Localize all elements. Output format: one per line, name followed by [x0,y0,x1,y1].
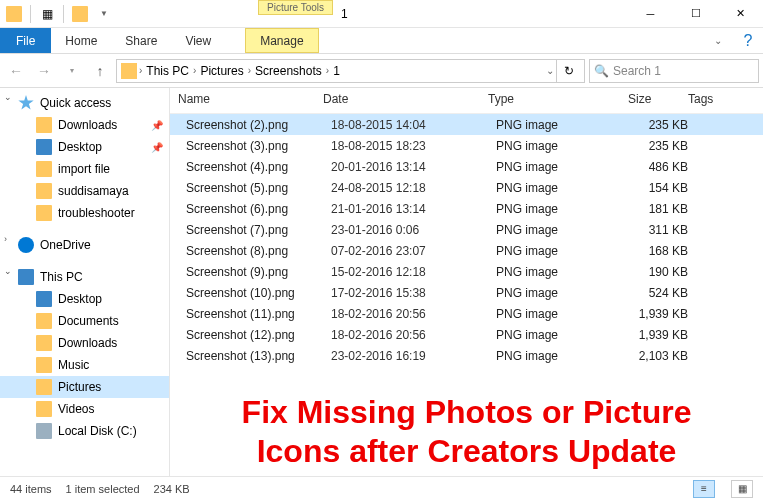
sidebar-label: import file [58,162,110,176]
file-row[interactable]: Screenshot (10).png17-02-2016 15:38PNG i… [170,282,763,303]
maximize-button[interactable]: ☐ [673,0,718,27]
file-name: Screenshot (5).png [186,181,331,195]
column-name[interactable]: Name [170,88,315,113]
sidebar-item-pictures[interactable]: Pictures [0,376,169,398]
file-date: 23-01-2016 0:06 [331,223,496,237]
file-row[interactable]: Screenshot (6).png21-01-2016 13:14PNG im… [170,198,763,219]
folder-icon [36,161,52,177]
navigation-pane[interactable]: ⌄ Quick access Downloads📌 Desktop📌 impor… [0,88,170,476]
file-row[interactable]: Screenshot (2).png18-08-2015 14:04PNG im… [170,114,763,135]
file-date: 07-02-2016 23:07 [331,244,496,258]
details-view-button[interactable]: ≡ [693,480,715,498]
folder-icon[interactable] [4,4,24,24]
file-date: 18-02-2016 20:56 [331,328,496,342]
column-tags[interactable]: Tags [680,88,763,113]
chevron-right-icon[interactable]: › [139,65,142,76]
tab-view[interactable]: View [171,28,225,53]
help-icon[interactable]: ? [733,28,763,53]
sidebar-item-import-file[interactable]: import file [0,158,169,180]
breadcrumb-item[interactable]: 1 [331,64,342,78]
sidebar-quick-access[interactable]: Quick access [0,92,169,114]
sidebar-item-desktop[interactable]: Desktop [0,288,169,310]
qat-dropdown-icon[interactable]: ▼ [94,4,114,24]
new-folder-icon[interactable] [70,4,90,24]
sidebar-item-videos[interactable]: Videos [0,398,169,420]
collapse-icon[interactable]: ⌄ [4,266,12,276]
tab-home[interactable]: Home [51,28,111,53]
sidebar-label: Quick access [40,96,111,110]
history-dropdown-icon[interactable]: ⌄ [546,65,554,76]
sidebar-item-troubleshooter[interactable]: troubleshooter [0,202,169,224]
sidebar-item-local-disk[interactable]: Local Disk (C:) [0,420,169,442]
recent-dropdown-icon[interactable]: ▾ [60,59,84,83]
music-icon [36,357,52,373]
context-tab-label: Picture Tools [258,0,333,15]
minimize-button[interactable]: ─ [628,0,673,27]
status-selection-size: 234 KB [154,483,190,495]
chevron-right-icon[interactable]: › [248,65,251,76]
folder-icon [36,183,52,199]
file-type: PNG image [496,265,636,279]
file-size: 524 KB [636,286,696,300]
thumbnails-view-button[interactable]: ▦ [731,480,753,498]
breadcrumb-item[interactable]: This PC [144,64,191,78]
sidebar-item-downloads[interactable]: Downloads [0,332,169,354]
file-row[interactable]: Screenshot (4).png20-01-2016 13:14PNG im… [170,156,763,177]
chevron-right-icon[interactable]: › [326,65,329,76]
file-row[interactable]: Screenshot (7).png23-01-2016 0:06PNG ima… [170,219,763,240]
file-name: Screenshot (9).png [186,265,331,279]
sidebar-item-documents[interactable]: Documents [0,310,169,332]
collapse-icon[interactable]: ⌄ [4,92,12,102]
up-button[interactable]: ↑ [88,59,112,83]
tab-manage[interactable]: Manage [245,28,318,53]
sidebar-item-desktop[interactable]: Desktop📌 [0,136,169,158]
file-row[interactable]: Screenshot (9).png15-02-2016 12:18PNG im… [170,261,763,282]
file-date: 17-02-2016 15:38 [331,286,496,300]
sidebar-label: Pictures [58,380,101,394]
file-row[interactable]: Screenshot (8).png07-02-2016 23:07PNG im… [170,240,763,261]
column-headers: Name Date Type Size Tags [170,88,763,114]
file-size: 154 KB [636,181,696,195]
expand-icon[interactable]: › [4,234,7,244]
breadcrumb-item[interactable]: Pictures [198,64,245,78]
file-type: PNG image [496,202,636,216]
properties-icon[interactable]: ▦ [37,4,57,24]
downloads-icon [36,335,52,351]
column-type[interactable]: Type [480,88,620,113]
pin-icon: 📌 [151,120,163,131]
videos-icon [36,401,52,417]
sidebar-label: suddisamaya [58,184,129,198]
sidebar-label: Music [58,358,89,372]
sidebar-label: Local Disk (C:) [58,424,137,438]
desktop-icon [36,291,52,307]
quick-access-toolbar: ▦ ▼ [0,0,118,27]
breadcrumb-item[interactable]: Screenshots [253,64,324,78]
refresh-button[interactable]: ↻ [556,60,580,82]
file-size: 235 KB [636,139,696,153]
search-input[interactable]: 🔍 Search 1 [589,59,759,83]
sidebar-item-suddisamaya[interactable]: suddisamaya [0,180,169,202]
file-row[interactable]: Screenshot (3).png18-08-2015 18:23PNG im… [170,135,763,156]
column-date[interactable]: Date [315,88,480,113]
file-row[interactable]: Screenshot (12).png18-02-2016 20:56PNG i… [170,324,763,345]
back-button[interactable]: ← [4,59,28,83]
sidebar-onedrive[interactable]: OneDrive [0,234,169,256]
file-tab[interactable]: File [0,28,51,53]
forward-button[interactable]: → [32,59,56,83]
sidebar-item-downloads[interactable]: Downloads📌 [0,114,169,136]
sidebar-label: Desktop [58,292,102,306]
sidebar-item-music[interactable]: Music [0,354,169,376]
ribbon-expand-icon[interactable]: ⌄ [703,28,733,53]
column-size[interactable]: Size [620,88,680,113]
chevron-right-icon[interactable]: › [193,65,196,76]
sidebar-this-pc[interactable]: This PC [0,266,169,288]
file-row[interactable]: Screenshot (5).png24-08-2015 12:18PNG im… [170,177,763,198]
sidebar-label: Desktop [58,140,102,154]
file-row[interactable]: Screenshot (11).png18-02-2016 20:56PNG i… [170,303,763,324]
close-button[interactable]: ✕ [718,0,763,27]
address-bar[interactable]: › This PC › Pictures › Screenshots › 1 ⌄… [116,59,585,83]
sidebar-label: OneDrive [40,238,91,252]
file-row[interactable]: Screenshot (13).png23-02-2016 16:19PNG i… [170,345,763,366]
status-selection: 1 item selected [66,483,140,495]
tab-share[interactable]: Share [111,28,171,53]
